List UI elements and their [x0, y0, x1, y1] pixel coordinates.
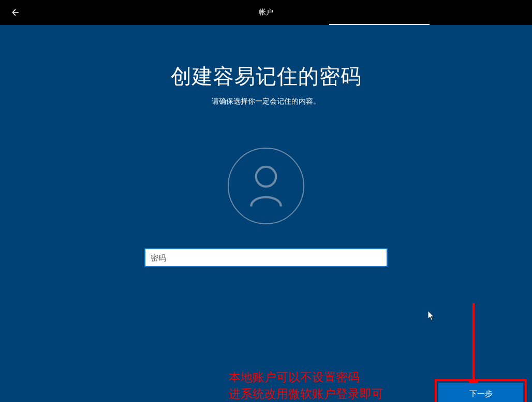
main-content: 创建容易记住的密码 请确保选择你一定会记住的内容。 本地账户可以不设置密码 进系…: [0, 62, 532, 402]
mouse-cursor-icon: [428, 311, 435, 323]
back-button[interactable]: [0, 1, 31, 24]
page-title: 创建容易记住的密码: [0, 62, 532, 91]
annotation-line2: 进系统改用微软账户登录即可: [229, 385, 383, 402]
tab-area: 帐户: [173, 0, 359, 25]
annotation-text: 本地账户可以不设置密码 进系统改用微软账户登录即可: [229, 369, 383, 402]
tab-account-label: 帐户: [259, 8, 273, 17]
next-button-highlight: 下一步: [435, 379, 527, 402]
user-avatar-icon: [228, 148, 304, 224]
password-input[interactable]: [144, 248, 388, 267]
header-bar: 帐户: [0, 0, 532, 25]
tab-underline: [329, 24, 430, 25]
svg-point-0: [256, 167, 276, 186]
annotation-line1: 本地账户可以不设置密码: [229, 369, 383, 385]
page-subtitle: 请确保选择你一定会记住的内容。: [0, 97, 532, 106]
tab-account[interactable]: 帐户: [243, 0, 289, 25]
next-button[interactable]: 下一步: [438, 383, 523, 402]
